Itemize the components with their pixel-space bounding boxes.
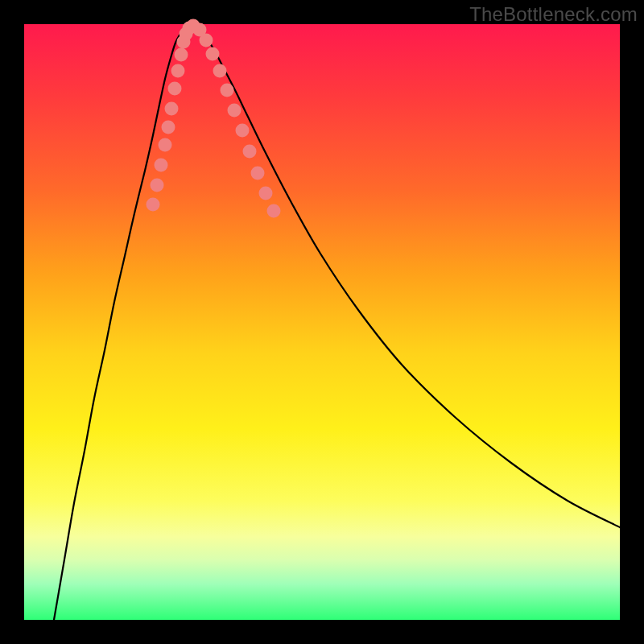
data-marker <box>206 47 220 61</box>
data-marker <box>251 167 265 180</box>
data-marker <box>175 48 188 62</box>
data-marker <box>162 121 175 134</box>
data-marker <box>267 204 281 218</box>
data-marker <box>147 198 160 212</box>
data-marker <box>165 102 179 116</box>
chart-frame: TheBottleneck.com <box>0 0 644 644</box>
series-right-branch <box>190 24 620 527</box>
data-marker <box>168 82 182 96</box>
chart-svg <box>24 24 620 620</box>
data-marker <box>155 159 168 172</box>
data-marker <box>200 34 213 47</box>
data-marker <box>151 179 164 192</box>
data-marker <box>159 138 172 152</box>
data-marker <box>228 104 242 118</box>
data-marker <box>243 145 257 159</box>
data-marker <box>259 187 273 200</box>
data-marker <box>236 124 250 138</box>
data-marker <box>221 84 234 97</box>
data-marker <box>171 64 185 78</box>
watermark-text: TheBottleneck.com <box>469 3 638 26</box>
data-marker <box>213 64 227 78</box>
curve-layer <box>54 24 620 620</box>
plot-area <box>24 24 620 620</box>
marker-layer <box>147 19 281 218</box>
